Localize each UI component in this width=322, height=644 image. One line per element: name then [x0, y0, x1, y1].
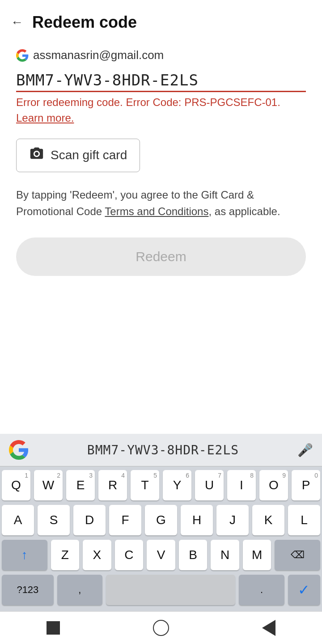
key-k[interactable]: K [252, 505, 284, 535]
key-w[interactable]: 2W [34, 470, 63, 500]
key-x[interactable]: X [83, 540, 111, 570]
google-g-icon [16, 49, 29, 62]
nav-circle-button[interactable] [153, 620, 169, 636]
key-n[interactable]: N [211, 540, 239, 570]
account-row: assmanasrin@gmail.com [16, 48, 306, 62]
nav-bar [0, 611, 322, 644]
scan-gift-card-label: Scan gift card [51, 148, 127, 162]
suggestion-google-icon [9, 440, 29, 460]
page-title: Redeem code [32, 13, 137, 32]
key-u[interactable]: 7U [195, 470, 224, 500]
camera-icon [29, 146, 44, 165]
key-v[interactable]: V [147, 540, 175, 570]
key-a[interactable]: A [2, 505, 34, 535]
key-i[interactable]: 8I [227, 470, 256, 500]
header: ← Redeem code [0, 0, 322, 39]
key-g[interactable]: G [145, 505, 177, 535]
key-c[interactable]: C [115, 540, 144, 570]
keyboard: 1Q 2W 3E 4R 5T 6Y 7U 8I 9O 0P A S D F G … [0, 466, 322, 611]
terms-text: By tapping 'Redeem', you agree to the Gi… [16, 186, 306, 220]
code-input[interactable] [16, 71, 306, 92]
key-j[interactable]: J [216, 505, 249, 535]
key-m[interactable]: M [243, 540, 271, 570]
microphone-icon[interactable]: 🎤 [297, 443, 313, 458]
key-q[interactable]: 1Q [2, 470, 30, 500]
key-e[interactable]: 3E [66, 470, 95, 500]
keyboard-container: BMM7-YWV3-8HDR-E2LS 🎤 1Q 2W 3E 4R 5T 6Y … [0, 434, 322, 611]
key-l[interactable]: L [288, 505, 320, 535]
key-h[interactable]: H [181, 505, 213, 535]
enter-key[interactable]: ✓ [288, 575, 320, 605]
key-row-1: 1Q 2W 3E 4R 5T 6Y 7U 8I 9O 0P [2, 470, 320, 500]
space-key[interactable] [106, 575, 235, 605]
key-r[interactable]: 4R [98, 470, 127, 500]
key-row-4: ?123 , . ✓ [2, 575, 320, 605]
redeem-button[interactable]: Redeem [16, 237, 306, 276]
terms-link[interactable]: Terms and Conditions [105, 205, 208, 217]
key-p[interactable]: 0P [292, 470, 320, 500]
key-row-3: ↑ Z X C V B N M ⌫ [2, 540, 320, 570]
suggestion-text: BMM7-YWV3-8HDR-E2LS [33, 443, 293, 458]
key-b[interactable]: B [179, 540, 208, 570]
main-content: assmanasrin@gmail.com Error redeeming co… [0, 39, 322, 434]
key-o[interactable]: 9O [259, 470, 288, 500]
suggestion-bar: BMM7-YWV3-8HDR-E2LS 🎤 [0, 434, 322, 466]
shift-key[interactable]: ↑ [2, 540, 47, 570]
num-sym-key[interactable]: ?123 [2, 575, 54, 605]
scan-gift-card-button[interactable]: Scan gift card [16, 139, 140, 172]
comma-key[interactable]: , [57, 575, 102, 605]
key-z[interactable]: Z [51, 540, 80, 570]
back-button[interactable]: ← [7, 13, 27, 32]
delete-key[interactable]: ⌫ [275, 540, 320, 570]
key-s[interactable]: S [38, 505, 70, 535]
nav-triangle-button[interactable] [262, 620, 275, 636]
key-f[interactable]: F [109, 505, 141, 535]
redeem-wrapper: Redeem [16, 237, 306, 290]
nav-square-button[interactable] [47, 621, 60, 635]
account-email: assmanasrin@gmail.com [33, 48, 164, 62]
key-y[interactable]: 6Y [163, 470, 191, 500]
key-t[interactable]: 5T [131, 470, 159, 500]
code-input-wrap [16, 71, 306, 92]
key-d[interactable]: D [73, 505, 106, 535]
learn-more-link[interactable]: Learn more. [16, 112, 74, 124]
period-key[interactable]: . [239, 575, 284, 605]
key-row-2: A S D F G H J K L [2, 505, 320, 535]
error-message: Error redeeming code. Error Code: PRS-PG… [16, 95, 306, 126]
